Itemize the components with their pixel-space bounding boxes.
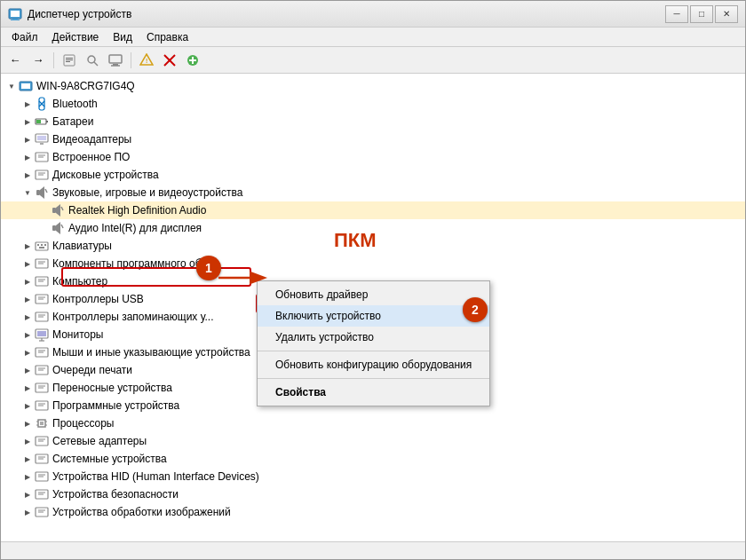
search-button[interactable] — [82, 51, 103, 70]
expand-portable[interactable]: ▶ — [20, 381, 35, 395]
icon-system — [35, 452, 49, 466]
menu-help[interactable]: Справка — [139, 29, 195, 45]
icon-network — [35, 434, 49, 448]
svg-rect-37 — [36, 190, 40, 195]
minimize-button[interactable]: ─ — [665, 5, 688, 23]
tree-item-display[interactable]: ▶Видеоадаптеры — [1, 130, 745, 148]
expand-hid[interactable]: ▶ — [20, 469, 35, 484]
expand-usb[interactable]: ▶ — [20, 292, 35, 306]
svg-rect-1 — [11, 11, 20, 17]
label-mice: Мыши и иные указывающие устройства — [52, 346, 250, 359]
expand-network[interactable]: ▶ — [20, 434, 35, 448]
tree-item-batteries[interactable]: ▶Батареи — [1, 113, 745, 130]
add-button[interactable] — [182, 51, 203, 70]
expand-computer[interactable]: ▶ — [20, 274, 35, 288]
label-hid: Устройства HID (Human Interface Devices) — [52, 470, 259, 483]
context-sep-2 — [258, 378, 489, 379]
tree-item-realtek[interactable]: Realtek High Definition Audio — [1, 201, 745, 219]
expand-processors[interactable]: ▶ — [20, 416, 35, 430]
expand-monitors[interactable]: ▶ — [20, 327, 35, 342]
expand-imaging[interactable]: ▶ — [20, 505, 35, 519]
svg-marker-41 — [56, 204, 60, 217]
svg-rect-49 — [44, 244, 46, 246]
toolbar-separator-2 — [131, 52, 131, 68]
expand-realtek[interactable] — [36, 203, 51, 217]
tree-item-software-components[interactable]: ▶Компоненты программного об... — [1, 255, 745, 272]
label-security: Устройства безопасности — [52, 488, 179, 501]
tree-item-system[interactable]: ▶Системные устройства — [1, 450, 745, 468]
tree-item-sound-group[interactable]: ▼Звуковые, игровые и видеоустройства — [1, 184, 745, 201]
expand-firmware[interactable]: ▶ — [20, 150, 35, 164]
svg-line-39 — [45, 189, 47, 193]
icon-bluetooth — [35, 97, 49, 111]
tree-item-security[interactable]: ▶Устройства безопасности — [1, 485, 745, 503]
context-update-driver[interactable]: Обновить драйвер — [258, 284, 489, 305]
tree-item-hid[interactable]: ▶Устройства HID (Human Interface Devices… — [1, 468, 745, 485]
annotation-arrow — [214, 264, 276, 291]
context-menu: Обновить драйвер Включить устройство Уда… — [257, 280, 490, 406]
annotation-2: 2 — [463, 297, 488, 322]
menu-file[interactable]: Файл — [4, 29, 45, 45]
close-button[interactable]: ✕ — [715, 5, 738, 23]
svg-rect-48 — [41, 244, 43, 246]
tree-root[interactable]: ▼ WIN-9A8CRG7IG4Q — [1, 77, 745, 95]
label-print-queue: Очереди печати — [52, 364, 132, 376]
context-update-config[interactable]: Обновить конфигурацию оборудования — [258, 354, 489, 375]
expand-system[interactable]: ▶ — [20, 452, 35, 466]
expand-batteries[interactable]: ▶ — [20, 114, 35, 129]
context-enable-device[interactable]: Включить устройство — [258, 305, 489, 327]
label-disk: Дисковые устройства — [52, 169, 159, 181]
back-button[interactable]: ← — [4, 51, 26, 70]
icon-software-dev — [35, 398, 49, 413]
driver-button[interactable]: ! — [136, 51, 157, 70]
forward-button[interactable]: → — [28, 51, 49, 70]
expand-intel-audio[interactable] — [36, 221, 51, 235]
expand-disk[interactable]: ▶ — [20, 168, 35, 182]
expand-software-components[interactable]: ▶ — [20, 256, 35, 271]
menu-view[interactable]: Вид — [106, 29, 139, 45]
label-processors: Процессоры — [52, 417, 115, 430]
root-expand[interactable]: ▼ — [4, 79, 19, 93]
toolbar: ← → ! — [1, 47, 745, 74]
tree-item-disk[interactable]: ▶Дисковые устройства — [1, 166, 745, 184]
tree-item-imaging[interactable]: ▶Устройства обработки изображений — [1, 503, 745, 521]
svg-rect-43 — [52, 225, 56, 231]
expand-software-dev[interactable]: ▶ — [20, 398, 35, 413]
svg-rect-46 — [36, 242, 48, 250]
label-network: Сетевые адаптеры — [52, 435, 147, 447]
expand-keyboards[interactable]: ▶ — [20, 239, 35, 253]
properties-button[interactable] — [59, 51, 80, 70]
expand-security[interactable]: ▶ — [20, 487, 35, 501]
root-icon — [19, 79, 33, 93]
tree-item-processors[interactable]: ▶Процессоры — [1, 414, 745, 432]
icon-monitors — [35, 327, 49, 342]
maximize-button[interactable]: □ — [690, 5, 713, 23]
toolbar-separator-1 — [53, 52, 54, 68]
expand-storage-ctrl[interactable]: ▶ — [20, 310, 35, 324]
expand-sound-group[interactable]: ▼ — [20, 185, 35, 200]
main-content: ▼ WIN-9A8CRG7IG4Q ▶Bluetooth▶Батареи▶Вид… — [1, 74, 745, 541]
svg-text:!: ! — [146, 58, 147, 64]
icon-sound-group — [35, 185, 49, 200]
title-bar: Диспетчер устройств ─ □ ✕ — [1, 1, 745, 28]
icon-imaging — [35, 505, 49, 519]
icon-security — [35, 487, 49, 501]
svg-rect-64 — [37, 331, 46, 336]
expand-display[interactable]: ▶ — [20, 132, 35, 146]
expand-print-queue[interactable]: ▶ — [20, 363, 35, 377]
svg-rect-5 — [66, 58, 73, 59]
remove-button[interactable] — [159, 51, 180, 70]
expand-mice[interactable]: ▶ — [20, 345, 35, 359]
context-remove-device[interactable]: Удалить устройство — [258, 327, 489, 348]
tree-item-firmware[interactable]: ▶Встроенное ПО — [1, 148, 745, 166]
computer-button[interactable] — [105, 51, 126, 70]
svg-rect-26 — [46, 121, 48, 122]
menu-action[interactable]: Действие — [45, 29, 107, 45]
icon-hid — [35, 469, 49, 484]
label-imaging: Устройства обработки изображений — [52, 506, 231, 518]
expand-bluetooth[interactable]: ▶ — [20, 97, 35, 111]
tree-item-bluetooth[interactable]: ▶Bluetooth — [1, 95, 745, 113]
context-properties[interactable]: Свойства — [258, 382, 489, 403]
label-software-components: Компоненты программного об... — [52, 257, 210, 270]
tree-item-network[interactable]: ▶Сетевые адаптеры — [1, 432, 745, 450]
